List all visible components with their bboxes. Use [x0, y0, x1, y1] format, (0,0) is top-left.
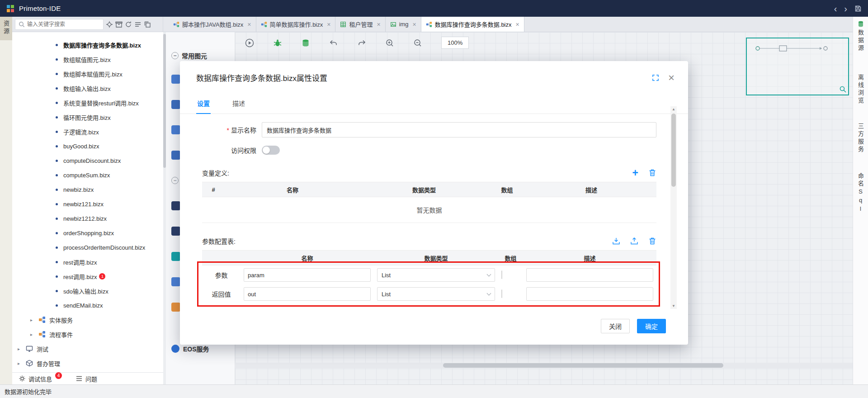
- close-tab-icon[interactable]: ×: [516, 21, 519, 28]
- palette-section-common[interactable]: − 常用图元: [166, 51, 235, 60]
- status-bar: 数据源初始化完毕: [0, 384, 868, 398]
- tree-item[interactable]: orderShopping.bizx: [12, 226, 163, 240]
- resources-rail-tab[interactable]: 资源: [0, 17, 12, 40]
- list-icon[interactable]: [134, 21, 142, 28]
- tree-item[interactable]: buyGood.bizx: [12, 139, 163, 153]
- tree-item[interactable]: sdo输入输出.bizx: [12, 284, 163, 298]
- tree-group-test[interactable]: ▸测试: [12, 341, 163, 356]
- tree-item[interactable]: newbiz121.bizx: [12, 197, 163, 211]
- param-desc-input[interactable]: [526, 268, 653, 282]
- export-icon[interactable]: [630, 237, 638, 245]
- palette-section-eos[interactable]: EOS服务: [171, 344, 209, 353]
- fullscreen-icon[interactable]: [652, 74, 659, 81]
- tree-item[interactable]: rest调用.bizx1: [12, 269, 163, 284]
- tab-img[interactable]: img ×: [386, 17, 421, 32]
- tree-item[interactable]: 数据库操作查询多条数据.bizx: [12, 38, 163, 52]
- history-forward-icon[interactable]: ›: [844, 4, 847, 13]
- dialog-scrollbar[interactable]: ▲ ▼: [670, 106, 677, 309]
- tab-tenant-mgmt[interactable]: 租户管理 ×: [335, 17, 385, 32]
- zoom-out-icon[interactable]: [413, 38, 422, 47]
- array-checkbox[interactable]: [501, 270, 502, 279]
- debug-icon[interactable]: [273, 38, 282, 47]
- tab-simple-db[interactable]: 简单数据库操作.bizx ×: [256, 17, 336, 32]
- close-button[interactable]: 关闭: [601, 319, 630, 333]
- delete-variable-icon[interactable]: [648, 169, 656, 177]
- run-icon[interactable]: [245, 38, 254, 47]
- collapse-icon[interactable]: −: [171, 52, 179, 59]
- minimap[interactable]: [746, 38, 849, 95]
- tree-item[interactable]: computeDiscount.bizx: [12, 153, 163, 168]
- tab-label: 简单数据库操作.bizx: [270, 20, 323, 28]
- debug-info-tab[interactable]: 调试信息 4: [19, 374, 62, 383]
- ok-button[interactable]: 确定: [637, 319, 666, 333]
- magnifier-icon[interactable]: [839, 85, 847, 93]
- palette-item-icon: [171, 201, 180, 210]
- scrollbar-thumb[interactable]: [671, 114, 676, 187]
- file-bullet-icon: [56, 232, 58, 234]
- tab-script-java-array[interactable]: 脚本操作JAVA数组.bizx ×: [169, 17, 256, 32]
- access-toggle[interactable]: [262, 146, 280, 155]
- tree-item[interactable]: 子逻辑流.bizx: [12, 124, 163, 139]
- close-tab-icon[interactable]: ×: [377, 21, 380, 28]
- panel-tab-named-sql[interactable]: 命名Sql: [856, 173, 865, 214]
- close-tab-icon[interactable]: ×: [413, 21, 416, 28]
- export-icon[interactable]: [144, 21, 151, 28]
- bizx-file-icon: [173, 21, 179, 28]
- search-input[interactable]: [27, 21, 100, 28]
- param-type-select[interactable]: List: [377, 287, 495, 301]
- sidebar-scrollbar[interactable]: [163, 32, 166, 384]
- tree-item[interactable]: newbiz.bizx: [12, 182, 163, 197]
- palette-section-label: EOS服务: [183, 344, 209, 353]
- tree-item[interactable]: computeSum.bizx: [12, 168, 163, 182]
- scrollbar-thumb[interactable]: [443, 363, 723, 368]
- param-name-input[interactable]: [244, 268, 371, 282]
- tree-item[interactable]: 系统变量替换resturl调用.bizx: [12, 95, 163, 110]
- close-tab-icon[interactable]: ×: [327, 21, 330, 28]
- tree-group-supervision[interactable]: ▸督办管理: [12, 356, 163, 370]
- tree-item[interactable]: sendEMail.bizx: [12, 298, 163, 313]
- redo-icon[interactable]: [357, 38, 366, 47]
- tree-item[interactable]: processOrderItemDiscount.bizx: [12, 240, 163, 255]
- tree-group-process-events[interactable]: ▸流程事件: [12, 327, 163, 341]
- tab-description[interactable]: 描述: [231, 94, 246, 114]
- tab-db-query-multi[interactable]: 数据库操作查询多条数据.bizx ×: [421, 17, 524, 32]
- param-row: 返回值 List: [202, 284, 656, 303]
- panel-tab-offline-browse[interactable]: 离线浏览: [856, 74, 865, 105]
- zoom-in-icon[interactable]: [385, 38, 394, 47]
- param-desc-input[interactable]: [526, 287, 653, 301]
- tree-item[interactable]: rest调用.bizx: [12, 255, 163, 269]
- archive-icon[interactable]: [115, 21, 123, 28]
- problems-tab[interactable]: 问题: [75, 374, 97, 383]
- tree-item[interactable]: 数组脚本赋值图元.bizx: [12, 66, 163, 81]
- undo-icon[interactable]: [329, 38, 338, 47]
- scrollbar-thumb[interactable]: [163, 34, 166, 168]
- delete-param-icon[interactable]: [648, 237, 656, 245]
- scroll-down-icon[interactable]: ▼: [670, 304, 677, 308]
- canvas-horizontal-scrollbar[interactable]: [235, 363, 853, 368]
- locate-icon[interactable]: [106, 21, 113, 28]
- param-type-select[interactable]: List: [377, 268, 495, 282]
- access-row: 访问权限: [202, 146, 656, 155]
- save-icon[interactable]: [854, 5, 862, 12]
- panel-tab-third-party-services[interactable]: 三方服务: [856, 123, 865, 154]
- history-back-icon[interactable]: ‹: [834, 4, 837, 13]
- array-checkbox[interactable]: [501, 289, 502, 298]
- close-tab-icon[interactable]: ×: [247, 21, 251, 28]
- panel-tab-datasource[interactable]: 数据源: [856, 20, 865, 52]
- title-bar: Primeton-IDE ‹ ›: [0, 0, 868, 17]
- display-name-input[interactable]: [262, 122, 656, 137]
- param-name-input[interactable]: [244, 287, 371, 301]
- tab-settings[interactable]: 设置: [196, 94, 211, 114]
- scroll-up-icon[interactable]: ▲: [670, 107, 677, 111]
- tree-item[interactable]: 循环图元使用.bizx: [12, 110, 163, 124]
- tree-group-entity-services[interactable]: ▸实体服务: [12, 313, 163, 327]
- tree-item[interactable]: 数组赋值图元.bizx: [12, 52, 163, 66]
- tree-item[interactable]: 数组输入输出.bizx: [12, 81, 163, 95]
- zoom-level[interactable]: 100%: [441, 37, 469, 49]
- data-service-icon[interactable]: [301, 38, 310, 47]
- tree-item[interactable]: newbiz1212.bizx: [12, 211, 163, 226]
- refresh-icon[interactable]: [125, 21, 132, 28]
- add-variable-icon[interactable]: +: [632, 169, 638, 177]
- import-icon[interactable]: [612, 237, 620, 245]
- close-icon[interactable]: ×: [668, 73, 675, 82]
